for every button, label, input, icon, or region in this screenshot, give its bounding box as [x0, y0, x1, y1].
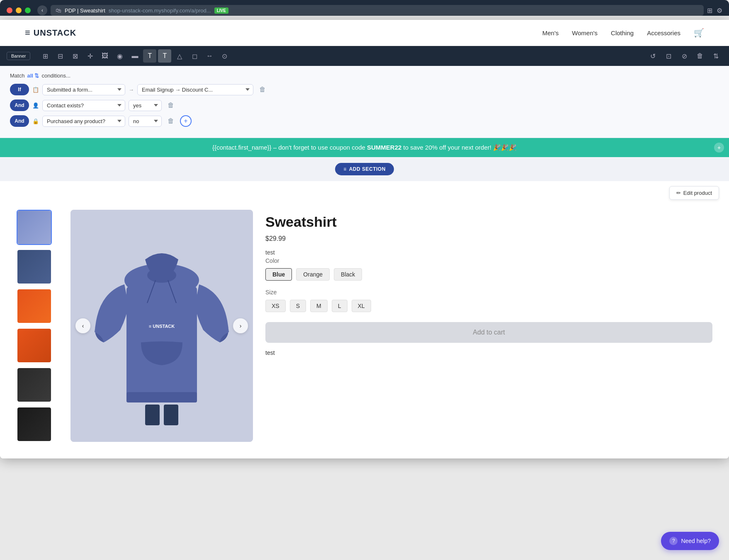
thumbnail-2[interactable]	[17, 288, 52, 324]
product-test-field: test	[265, 249, 712, 256]
browser-actions: ⊞ ⚙	[707, 7, 722, 15]
toolbar-right-actions: ↺ ⊡ ⊘ 🗑 ⇅	[646, 49, 722, 63]
thumbnail-1[interactable]	[17, 249, 52, 284]
condition-and-badge-2: And	[10, 115, 29, 127]
toolbar-color-icon[interactable]: ◉	[113, 49, 126, 63]
condition-value-select-1[interactable]: yes	[129, 100, 162, 111]
condition-add-button[interactable]: +	[180, 115, 192, 127]
toolbar-block-icon[interactable]: ▬	[128, 49, 141, 63]
banner-add-button[interactable]: +	[714, 143, 724, 153]
hoodie-container: ≡ UNSTACK	[70, 210, 253, 442]
toolbar-shape-icon[interactable]: △	[173, 49, 186, 63]
condition-row-and-2: And 🔒 Purchased any product? no 🗑 +	[10, 115, 719, 127]
nav-link-mens[interactable]: Men's	[542, 29, 559, 36]
product-details: Sweatshirt $29.99 test Color Blue Orange…	[265, 210, 712, 442]
toolbar-visibility-icon[interactable]: ⊘	[678, 49, 691, 63]
cart-icon[interactable]: 🛒	[694, 28, 704, 38]
color-option-blue[interactable]: Blue	[265, 268, 292, 281]
banner-badge[interactable]: Banner	[7, 52, 30, 60]
condition-arrow-icon: →	[129, 87, 134, 93]
browser-page-title: PDP | Sweatshirt	[65, 7, 105, 14]
color-label: Color	[265, 257, 712, 264]
toolbar-text-icon[interactable]: T	[143, 49, 156, 63]
need-help-icon: ?	[669, 537, 678, 545]
svg-rect-9	[164, 405, 178, 425]
size-option-xl[interactable]: XL	[352, 300, 371, 312]
thumbnail-3[interactable]	[17, 328, 52, 363]
color-option-orange[interactable]: Orange	[296, 268, 330, 281]
edit-icon: ✏	[676, 190, 681, 196]
browser-back-button[interactable]: ‹	[37, 5, 47, 15]
condition-if-badge: If	[10, 84, 29, 95]
toolbar-reorder-icon[interactable]: ⇅	[709, 49, 722, 63]
thumbnail-0[interactable]	[17, 210, 52, 245]
toolbar-width-icon[interactable]: ↔	[203, 49, 216, 63]
size-option-l[interactable]: L	[332, 300, 347, 312]
prev-image-button[interactable]: ‹	[75, 318, 90, 333]
browser-address-bar[interactable]: 🛍 PDP | Sweatshirt shop-unstack-com.mysh…	[51, 5, 704, 16]
toolbar-select-icon[interactable]: ⊟	[53, 49, 67, 63]
svg-rect-8	[145, 405, 160, 425]
toolbar-circle-icon[interactable]: ⊙	[218, 49, 231, 63]
toolbar-grid-icon[interactable]: ⊞	[39, 49, 52, 63]
nav-link-clothing[interactable]: Clothing	[611, 29, 634, 36]
condition-row-and-1: And 👤 Contact exists? yes 🗑	[10, 99, 719, 111]
traffic-light-close[interactable]	[7, 7, 12, 13]
condition-delete-button-0[interactable]: 🗑	[257, 84, 268, 95]
page-favicon-icon: 🛍	[56, 7, 61, 14]
live-badge: LIVE	[214, 7, 228, 14]
nav-link-womens[interactable]: Women's	[572, 29, 598, 36]
thumbnail-4[interactable]	[17, 367, 52, 402]
store-nav-links: Men's Women's Clothing Accessories 🛒	[542, 28, 704, 38]
browser-settings-icon[interactable]: ⚙	[717, 7, 722, 15]
hoodie-svg: ≡ UNSTACK	[87, 226, 236, 425]
toolbar-image-icon[interactable]: 🖼	[98, 49, 112, 63]
condition-delete-button-2[interactable]: 🗑	[165, 115, 177, 127]
thumbnail-5[interactable]	[17, 407, 52, 442]
nav-link-accessories[interactable]: Accessories	[647, 29, 680, 36]
banner-text: {{contact.first_name}} – don't forget to…	[212, 144, 517, 151]
banner-section[interactable]: {{contact.first_name}} – don't forget to…	[0, 138, 729, 157]
toolbar-delete-icon[interactable]: 🗑	[693, 49, 707, 63]
size-option-m[interactable]: M	[310, 300, 328, 312]
condition-field-select-1[interactable]: Contact exists?	[42, 100, 125, 111]
color-option-black[interactable]: Black	[334, 268, 362, 281]
condition-field-select-2[interactable]: Purchased any product?	[42, 116, 125, 127]
condition-value-select-2[interactable]: no	[129, 116, 162, 127]
color-options: Blue Orange Black	[265, 268, 712, 281]
traffic-light-minimize[interactable]	[16, 7, 22, 13]
edit-product-button[interactable]: ✏ Edit product	[669, 186, 719, 200]
svg-rect-7	[126, 392, 197, 402]
app-window: ≡ UNSTACK Men's Women's Clothing Accesso…	[0, 20, 729, 458]
toolbar-duplicate-icon[interactable]: ⊡	[662, 49, 675, 63]
toolbar-box-icon[interactable]: ◻	[188, 49, 201, 63]
product-title: Sweatshirt	[265, 214, 712, 230]
size-option-s[interactable]: S	[290, 300, 306, 312]
condition-field-select-0[interactable]: Submitted a form...	[42, 84, 125, 95]
edit-product-container: ✏ Edit product	[0, 181, 729, 200]
conditions-label: conditions...	[41, 73, 70, 79]
add-section-button[interactable]: ≡ ADD SECTION	[335, 163, 394, 175]
add-section-bar: ≡ ADD SECTION	[0, 157, 729, 181]
browser-url: shop-unstack-com.myshopify.com/a/prod...	[109, 7, 211, 14]
need-help-button[interactable]: ? Need help?	[661, 532, 719, 550]
browser-window-icon[interactable]: ⊞	[707, 7, 712, 15]
edit-product-label: Edit product	[683, 190, 712, 196]
toolbar-text2-icon[interactable]: T	[158, 49, 171, 63]
toolbar-undo-icon[interactable]: ↺	[646, 49, 659, 63]
size-option-xs[interactable]: XS	[265, 300, 286, 312]
need-help-label: Need help?	[681, 538, 711, 544]
next-image-button[interactable]: ›	[233, 318, 248, 333]
traffic-light-fullscreen[interactable]	[25, 7, 31, 13]
add-to-cart-button[interactable]: Add to cart	[265, 322, 712, 343]
toolbar-move-icon[interactable]: ✛	[83, 49, 97, 63]
condition-delete-button-1[interactable]: 🗑	[165, 99, 177, 111]
product-thumbnails	[17, 210, 58, 442]
logo-icon: ≡	[25, 27, 30, 38]
size-label: Size	[265, 289, 712, 296]
svg-text:≡ UNSTACK: ≡ UNSTACK	[149, 324, 175, 329]
store-nav: ≡ UNSTACK Men's Women's Clothing Accesso…	[0, 20, 729, 46]
toolbar-crop-icon[interactable]: ⊠	[68, 49, 82, 63]
condition-value-select-0[interactable]: Email Signup → Discount C...	[137, 84, 253, 95]
match-type[interactable]: all ⇅	[27, 73, 39, 79]
